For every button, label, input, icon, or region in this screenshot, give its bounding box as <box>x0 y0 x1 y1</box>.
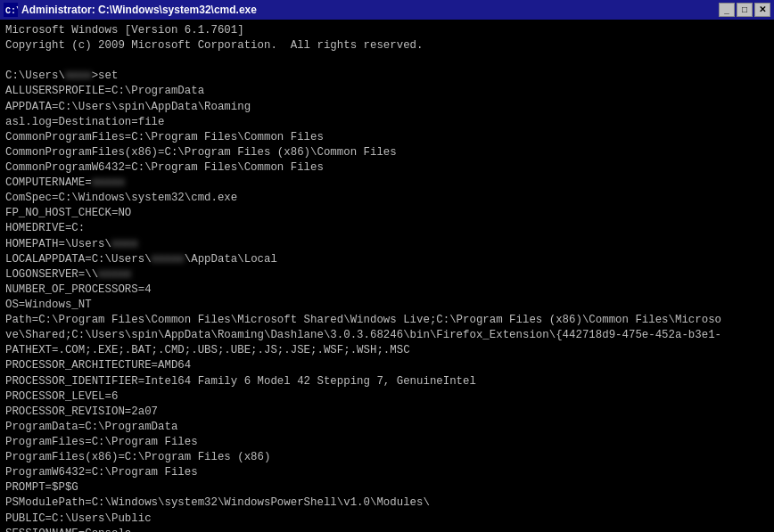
restore-button[interactable]: □ <box>737 3 753 17</box>
minimize-button[interactable]: _ <box>719 3 735 17</box>
close-button[interactable]: ✕ <box>754 3 770 17</box>
window: C:\ Administrator: C:\Windows\system32\c… <box>0 0 774 532</box>
title-bar: C:\ Administrator: C:\Windows\system32\c… <box>0 0 774 20</box>
title-bar-buttons: _ □ ✕ <box>719 3 770 17</box>
redacted-text: xxxx <box>65 69 92 84</box>
console-output: Microsoft Windows [Version 6.1.7601] Cop… <box>0 20 774 532</box>
title-bar-text: Administrator: C:\Windows\system32\cmd.e… <box>21 4 719 16</box>
svg-text:C:\: C:\ <box>5 6 18 16</box>
redacted-text: xxxxx <box>152 252 185 267</box>
cmd-icon: C:\ <box>4 3 18 17</box>
redacted-text: xxxx <box>111 237 138 252</box>
redacted-text: xxxxx <box>98 267 131 282</box>
redacted-text: xxxxx <box>92 176 125 191</box>
